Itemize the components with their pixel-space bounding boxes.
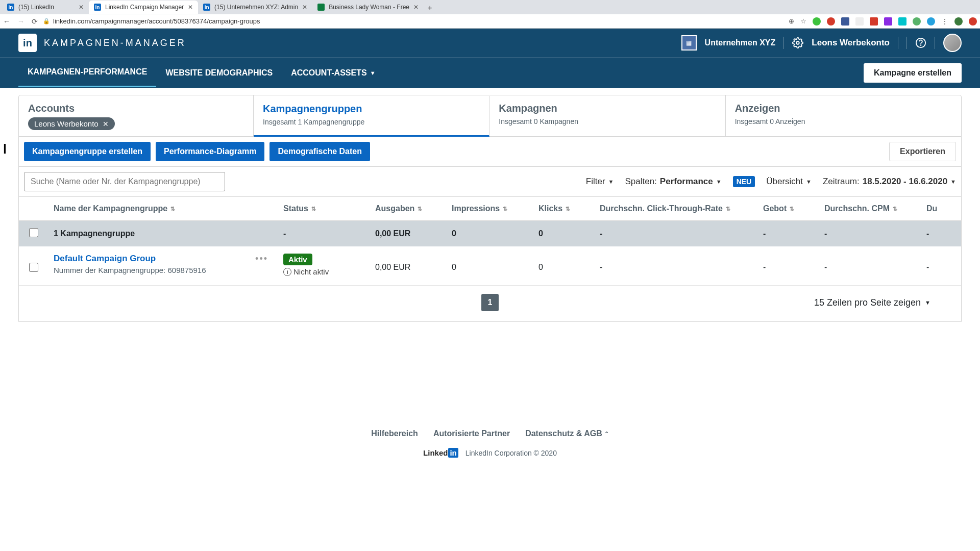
divider [783, 37, 784, 49]
browser-tab-0[interactable]: in (15) LinkedIn ✕ [2, 1, 89, 14]
ext-icon[interactable] [870, 17, 878, 26]
account-name[interactable]: Leons Werbekonto [812, 38, 890, 48]
address-bar[interactable]: 🔒 linkedin.com/campaignmanager/account/5… [43, 17, 783, 25]
tab-ads[interactable]: Anzeigen Insgesamt 0 Anzeigen [726, 95, 961, 136]
tab-close-icon[interactable]: ✕ [413, 4, 419, 11]
company-logo-icon[interactable]: ▦ [681, 35, 697, 51]
col-ctr[interactable]: Durchschn. Click-Through-Rate⇅ [595, 204, 758, 213]
favicon-linkedin-icon: in [7, 4, 14, 11]
chip-close-icon[interactable]: ✕ [103, 120, 109, 128]
page-button-1[interactable]: 1 [481, 294, 499, 311]
col-overflow: Du [921, 204, 947, 213]
tab-close-icon[interactable]: ✕ [79, 4, 84, 11]
filter-dropdown[interactable]: Filter ▼ [586, 177, 614, 187]
perf-chart-button[interactable]: Performance-Diagramm [156, 142, 264, 161]
help-icon[interactable] [915, 37, 926, 48]
col-name[interactable]: Name der Kampagnengruppe⇅ [48, 204, 278, 213]
sort-icon: ⇅ [790, 206, 794, 212]
ext-icon[interactable] [841, 17, 849, 26]
footer-copyright: LinkedIn Corporation © 2020 [465, 449, 557, 457]
rows-per-page-dropdown[interactable]: 15 Zeilen pro Seite zeigen ▼ [814, 297, 930, 308]
search-input[interactable] [24, 172, 225, 191]
footer-privacy-link[interactable]: Datenschutz & AGB ⌃ [525, 429, 609, 438]
account-filter-chip[interactable]: Leons Werbekonto ✕ [28, 117, 115, 130]
footer-help-link[interactable]: Hilfebereich [371, 429, 418, 438]
create-campaign-button[interactable]: Kampagne erstellen [864, 63, 962, 83]
sort-icon: ⇅ [893, 206, 897, 212]
company-name[interactable]: Unternehmen XYZ [705, 38, 776, 47]
app-title: KAMPAGNEN-MANAGER [44, 38, 186, 48]
svg-point-2 [921, 45, 921, 45]
forward-icon[interactable]: → [17, 17, 24, 26]
zoom-icon[interactable]: ⊕ [789, 17, 794, 25]
tab-campaigns-sub: Insgesamt 0 Kampagnen [499, 117, 716, 126]
profile-icon[interactable] [954, 17, 963, 26]
svg-point-0 [797, 41, 800, 44]
chevron-down-icon: ▼ [716, 179, 722, 185]
url-bar: ← → ⟳ 🔒 linkedin.com/campaignmanager/acc… [0, 14, 980, 29]
divider [898, 37, 898, 49]
ext-icon[interactable] [813, 17, 821, 26]
linkedin-logo-icon[interactable]: in [18, 34, 37, 52]
gear-icon[interactable] [792, 37, 803, 48]
columns-dropdown[interactable]: Spalten: Performance ▼ [625, 177, 721, 187]
ext-icon[interactable] [898, 17, 906, 26]
chevron-down-icon: ▼ [925, 299, 930, 306]
new-tab-button[interactable]: + [424, 3, 436, 12]
sort-icon: ⇅ [418, 206, 422, 212]
col-spend[interactable]: Ausgaben⇅ [370, 204, 447, 213]
main-content: Accounts Leons Werbekonto ✕ Kampagnengru… [0, 88, 980, 464]
select-all-checkbox[interactable] [29, 228, 38, 237]
nav-assets[interactable]: ACCOUNT-ASSETS ▼ [282, 59, 384, 87]
tab-close-icon[interactable]: ✕ [302, 4, 307, 11]
col-impressions[interactable]: Impressions⇅ [447, 204, 533, 213]
nav-performance[interactable]: KAMPAGNEN-PERFORMANCE [18, 58, 156, 87]
row-checkbox[interactable] [29, 263, 38, 272]
overview-dropdown[interactable]: Übersicht ▼ [766, 177, 812, 187]
ext-icon[interactable] [913, 17, 921, 26]
col-status[interactable]: Status⇅ [278, 204, 370, 213]
star-icon[interactable]: ☆ [800, 17, 806, 25]
summary-clicks: 0 [533, 229, 595, 238]
tab-close-icon[interactable]: ✕ [188, 4, 193, 11]
url-text: linkedin.com/campaignmanager/account/508… [53, 17, 260, 25]
col-cpm[interactable]: Durchschn. CPM⇅ [819, 204, 921, 213]
browser-tab-1[interactable]: in LinkedIn Campaign Manager ✕ [89, 1, 198, 14]
info-icon[interactable]: i [283, 268, 291, 276]
favicon-linkedin-icon: in [94, 4, 101, 11]
summary-name: 1 Kampagnengruppe [48, 229, 278, 238]
col-checkbox [19, 204, 48, 213]
col-bid[interactable]: Gebot⇅ [758, 204, 819, 213]
user-avatar[interactable] [943, 34, 962, 52]
campaign-group-link[interactable]: Default Campaign Group [54, 254, 255, 264]
ext-icon[interactable]: ⋮ [941, 17, 948, 26]
tab-ads-title: Anzeigen [735, 103, 952, 114]
row-more-icon[interactable]: ••• [255, 254, 268, 276]
table-header: Name der Kampagnengruppe⇅ Status⇅ Ausgab… [19, 196, 961, 221]
ext-icon[interactable] [884, 17, 892, 26]
ext-icon[interactable] [855, 17, 864, 26]
new-badge: NEU [733, 176, 755, 187]
reload-icon[interactable]: ⟳ [32, 17, 38, 26]
tab-accounts[interactable]: Accounts Leons Werbekonto ✕ [19, 95, 254, 136]
row-overflow: - [921, 254, 947, 272]
col-clicks[interactable]: Klicks⇅ [533, 204, 595, 213]
main-nav: KAMPAGNEN-PERFORMANCE WEBSITE DEMOGRAPHI… [0, 57, 980, 88]
ext-icon[interactable] [927, 17, 935, 26]
filter-row: Filter ▼ Spalten: Performance ▼ NEU Über… [19, 166, 961, 196]
back-icon[interactable]: ← [3, 17, 10, 26]
browser-tab-2[interactable]: in (15) Unternehmen XYZ: Admin ✕ [198, 1, 312, 14]
browser-tab-3[interactable]: Business Lady Woman - Free ✕ [312, 1, 424, 14]
ext-icon[interactable] [827, 17, 835, 26]
notification-icon[interactable] [969, 17, 977, 26]
export-button[interactable]: Exportieren [889, 142, 956, 161]
demo-data-button[interactable]: Demografische Daten [270, 142, 370, 161]
tab-campaigns[interactable]: Kampagnen Insgesamt 0 Kampagnen [489, 95, 725, 136]
create-group-button[interactable]: Kampagnengruppe erstellen [24, 142, 151, 161]
chevron-down-icon: ▼ [608, 179, 614, 185]
sort-icon: ⇅ [170, 206, 175, 212]
tab-campaign-groups[interactable]: Kampagnengruppen Insgesamt 1 Kampagnengr… [254, 96, 489, 137]
date-range-picker[interactable]: Zeitraum: 18.5.2020 - 16.6.2020 ▼ [823, 177, 956, 187]
nav-demographics[interactable]: WEBSITE DEMOGRAPHICS [156, 59, 282, 87]
footer-partners-link[interactable]: Autorisierte Partner [433, 429, 510, 438]
